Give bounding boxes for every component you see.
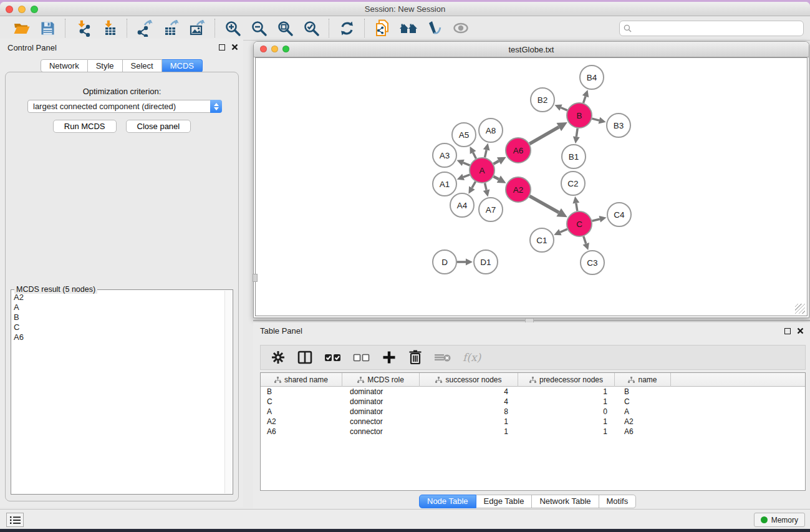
graph-node-A6[interactable]: A6 [506, 138, 531, 163]
mcds-result-item[interactable]: C [14, 322, 224, 332]
graph-edge-B-B3[interactable] [592, 117, 605, 124]
graph-edge-A-A2[interactable] [494, 176, 506, 183]
graph-node-A7[interactable]: A7 [479, 198, 503, 221]
zoom-fit-icon[interactable] [276, 19, 294, 37]
control-panel-float-icon[interactable] [219, 44, 225, 51]
style-paint-icon[interactable] [425, 19, 444, 37]
graph-node-A[interactable]: A [470, 158, 494, 183]
tab-node-table[interactable]: Node Table [419, 495, 476, 508]
graph-node-A5[interactable]: A5 [452, 123, 476, 147]
graph-node-A8[interactable]: A8 [479, 118, 503, 142]
delete-column-icon[interactable] [408, 349, 423, 365]
run-mcds-button[interactable]: Run MCDS [53, 120, 117, 133]
control-panel-close-icon[interactable] [231, 44, 238, 51]
graph-edge-A-A8[interactable] [483, 143, 490, 158]
graph-edge-B-B2[interactable] [554, 104, 567, 110]
graph-edge-A2-C[interactable] [529, 196, 567, 217]
tab-network-table[interactable]: Network Table [532, 495, 599, 508]
open-session-icon[interactable] [12, 19, 31, 37]
graph-node-B[interactable]: B [567, 103, 592, 128]
tab-style[interactable]: Style [88, 59, 123, 72]
tab-motifs[interactable]: Motifs [599, 495, 637, 508]
column-header-MCDS-role[interactable]: MCDS role [342, 373, 420, 387]
home-icon[interactable] [399, 19, 418, 37]
graph-node-C[interactable]: C [567, 211, 592, 236]
graph-edge-A-A5[interactable] [470, 147, 476, 159]
zoom-selected-icon[interactable] [302, 19, 321, 37]
table-row[interactable]: A6connector11A6 [261, 427, 805, 437]
graph-edge-C-C4[interactable] [592, 216, 606, 223]
graph-edge-C-C1[interactable] [554, 229, 567, 235]
mcds-result-item[interactable]: A2 [14, 293, 224, 302]
zoom-in-icon[interactable] [223, 19, 242, 37]
deselect-all-checkboxes-icon[interactable] [353, 349, 370, 365]
zoom-out-icon[interactable] [249, 19, 268, 37]
save-session-icon[interactable] [38, 19, 57, 37]
graph-edge-A-A4[interactable] [468, 181, 475, 194]
network-window-zoom-button[interactable] [282, 46, 289, 52]
graph-node-B3[interactable]: B3 [607, 114, 630, 137]
tab-select[interactable]: Select [123, 59, 162, 72]
graph-node-C3[interactable]: C3 [581, 251, 604, 274]
graph-edge-A-A6[interactable] [493, 157, 506, 165]
mcds-result-scrollbar[interactable] [224, 291, 232, 493]
table-row[interactable]: A2connector11A2 [261, 417, 805, 427]
graph-node-D[interactable]: D [433, 250, 456, 274]
column-header-successor-nodes[interactable]: successor nodes [420, 373, 518, 387]
add-column-icon[interactable] [382, 349, 397, 365]
search-input[interactable] [632, 24, 799, 33]
graph-node-A3[interactable]: A3 [433, 143, 456, 167]
tab-edge-table[interactable]: Edge Table [476, 495, 533, 508]
network-resize-grip[interactable] [795, 304, 805, 314]
window-close-button[interactable] [6, 6, 13, 13]
graph-edge-B-B4[interactable] [582, 90, 589, 103]
table-panel-close-icon[interactable] [797, 327, 804, 334]
close-panel-button[interactable]: Close panel [126, 120, 191, 133]
graph-node-B4[interactable]: B4 [580, 65, 604, 89]
graph-edge-B-B1[interactable] [573, 128, 580, 143]
export-table-icon[interactable] [162, 19, 180, 37]
graph-edge-C-C3[interactable] [583, 236, 589, 250]
task-history-button[interactable] [6, 513, 24, 527]
graph-edge-A-A1[interactable] [457, 174, 470, 180]
graph-edge-C-C2[interactable] [572, 196, 579, 211]
select-all-checkboxes-icon[interactable] [324, 349, 342, 365]
tab-mcds[interactable]: MCDS [162, 59, 203, 72]
graph-edge-A-A3[interactable] [456, 160, 470, 166]
panel-splitter-grip-left[interactable] [253, 274, 258, 282]
table-panel-float-icon[interactable] [784, 328, 791, 334]
mcds-result-item[interactable]: A6 [14, 332, 224, 342]
refresh-layout-icon[interactable] [337, 19, 356, 37]
optimization-criterion-select[interactable]: largest connected component (directed) [27, 100, 222, 113]
graph-node-D1[interactable]: D1 [474, 250, 498, 274]
graph-node-C2[interactable]: C2 [561, 172, 585, 195]
memory-button[interactable]: Memory [754, 513, 805, 527]
graph-node-C1[interactable]: C1 [530, 228, 554, 252]
window-minimize-button[interactable] [18, 6, 26, 13]
graph-node-B2[interactable]: B2 [531, 88, 554, 112]
graph-node-B1[interactable]: B1 [562, 145, 586, 168]
duplicate-network-icon[interactable] [373, 19, 392, 37]
show-hide-icon[interactable] [451, 19, 470, 37]
mcds-result-item[interactable]: A [14, 302, 224, 312]
column-header-name[interactable]: name [615, 373, 671, 387]
export-image-icon[interactable] [188, 19, 206, 37]
graph-edge-A-A7[interactable] [483, 183, 490, 196]
table-row[interactable]: Cdominator41C [261, 397, 805, 407]
graph-node-A2[interactable]: A2 [506, 177, 531, 202]
network-window-minimize-button[interactable] [271, 46, 278, 52]
graph-node-C4[interactable]: C4 [607, 203, 631, 226]
network-canvas[interactable]: B4B2BB3A8A5A6A3B1AA1C2A2A4A7C4CC1C3DD1 [255, 57, 808, 316]
export-network-icon[interactable] [135, 19, 154, 37]
settings-gear-icon[interactable] [271, 349, 286, 365]
graph-node-A1[interactable]: A1 [433, 172, 456, 196]
column-header-shared-name[interactable]: shared name [261, 373, 342, 387]
window-zoom-button[interactable] [31, 6, 38, 13]
split-view-icon[interactable] [297, 349, 313, 365]
import-network-icon[interactable] [74, 19, 92, 37]
graph-node-A4[interactable]: A4 [450, 193, 474, 217]
graph-edge-A6-B[interactable] [529, 122, 567, 144]
mcds-result-item[interactable]: B [14, 312, 224, 322]
network-window-close-button[interactable] [260, 46, 267, 52]
graph-edge-D-D1[interactable] [457, 259, 473, 266]
